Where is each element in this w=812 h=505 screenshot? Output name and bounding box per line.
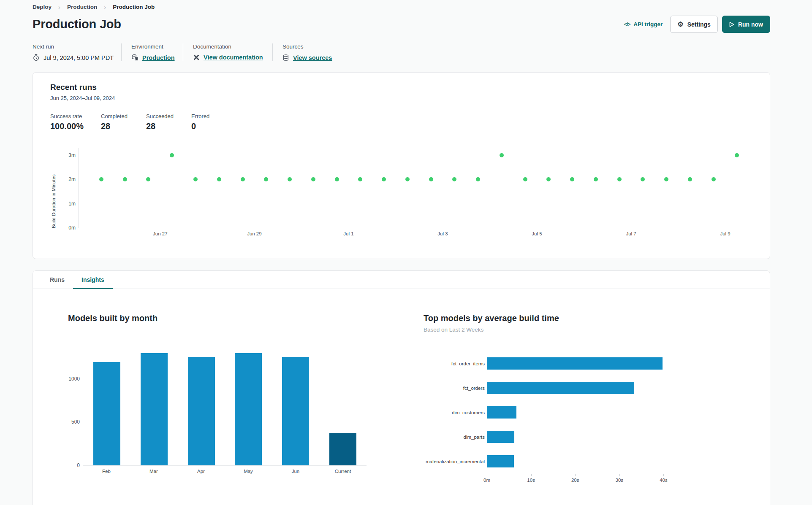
environment-link[interactable]: Production [142,54,175,61]
model-build-time-row: materialization_incremental [409,449,753,474]
run-duration-dot[interactable] [193,177,198,181]
model-build-time-bar[interactable] [487,406,516,419]
run-duration-dot[interactable] [641,177,645,181]
x-axis-tick-label: Jun 29 [247,231,262,236]
model-build-time-bar[interactable] [487,431,514,443]
bar-track [487,400,687,425]
run-duration-dot[interactable] [241,177,245,181]
recent-runs-title: Recent runs [50,83,762,92]
stat-value: 28 [101,122,146,131]
gear-icon: ⚙ [677,21,683,28]
y-axis-title: Build Duration in Minutes [51,148,56,228]
model-name-label: dim_customers [409,410,485,415]
run-duration-dot[interactable] [688,177,692,181]
run-duration-dot[interactable] [712,177,716,181]
production-job-page: Deploy › Production › Production Job Pro… [0,0,812,505]
month-bar[interactable] [329,433,356,465]
insights-panel: Models built by month 05001000 FebMarApr… [33,289,770,485]
tab-insights[interactable]: Insights [73,271,113,289]
month-bar[interactable] [141,353,168,465]
x-axis-tick-label: Jul 9 [720,231,730,236]
clock-icon [33,54,40,61]
recent-runs-date-range: Jun 25, 2024–Jul 09, 2024 [50,95,762,101]
top-models-plot-area: fct_order_itemsfct_ordersdim_customersdi… [409,351,753,485]
run-duration-dot[interactable] [476,177,480,181]
y-axis-tick-label: 2m [64,176,76,182]
model-name-label: fct_orders [409,386,485,391]
model-build-time-row: dim_customers [409,400,753,425]
month-bar[interactable] [282,357,309,465]
bar-slot [225,353,272,465]
run-duration-dot[interactable] [735,153,739,157]
run-duration-dot[interactable] [123,177,127,181]
x-axis-tick-label: Jun [272,469,319,474]
month-bar[interactable] [235,353,262,465]
model-build-time-bar[interactable] [487,382,634,394]
stat-value: 28 [146,122,191,131]
run-duration-dot[interactable] [335,177,339,181]
run-duration-dot[interactable] [570,177,574,181]
build-duration-plot-area: 0m1m2m3mJun 27Jun 29Jul 1Jul 3Jul 5Jul 7… [79,148,762,228]
run-duration-dot[interactable] [405,177,410,181]
sources-label: Sources [282,43,332,50]
x-axis-tick-mark [531,474,532,476]
run-duration-dot[interactable] [429,177,433,181]
run-duration-dot[interactable] [170,153,174,157]
x-axis-tick-label: 20s [571,478,579,483]
bar-track [487,425,687,449]
breadcrumb-deploy[interactable]: Deploy [33,4,52,10]
run-duration-dot[interactable] [546,177,551,181]
environment-info: Environment Production [121,43,183,61]
top-models-x-axis: 0m10s20s30s40s [487,474,688,485]
run-duration-dot[interactable] [146,177,150,181]
bar-slot [83,362,130,465]
run-duration-dot[interactable] [500,153,504,157]
run-duration-dot[interactable] [264,177,268,181]
model-build-time-bar[interactable] [487,455,514,467]
run-duration-dot[interactable] [523,177,527,181]
run-now-button[interactable]: Run now [722,16,770,33]
page-header: Production Job </> API trigger ⚙ Setting… [33,16,770,33]
stat-success-rate: Success rate 100.00% [50,113,101,131]
run-duration-dot[interactable] [452,177,456,181]
y-axis-tick-label: 1000 [63,376,80,382]
run-duration-dot[interactable] [99,177,103,181]
x-axis-tick-label: Jun 27 [153,231,168,236]
api-trigger-link[interactable]: </> API trigger [624,21,663,27]
breadcrumb-production[interactable]: Production [67,4,97,10]
model-build-time-row: fct_orders [409,376,753,400]
view-documentation-link[interactable]: View documentation [204,54,263,61]
view-sources-link[interactable]: View sources [293,54,332,61]
run-duration-dot[interactable] [617,177,622,181]
run-duration-dot[interactable] [382,177,386,181]
model-build-time-bar[interactable] [487,357,663,370]
x-axis-tick-label: Jul 7 [626,231,636,236]
code-icon: </> [624,22,630,27]
run-duration-dot[interactable] [594,177,598,181]
stat-value: 100.00% [50,122,101,131]
x-axis-tick-label: Jul 1 [343,231,353,236]
recent-runs-card: Recent runs Jun 25, 2024–Jul 09, 2024 Su… [33,72,770,259]
run-duration-dot[interactable] [311,177,315,181]
tab-runs[interactable]: Runs [41,271,73,289]
model-name-label: fct_order_items [409,361,485,366]
run-duration-dot[interactable] [288,177,292,181]
models-built-chart: Models built by month 05001000 FebMarApr… [50,313,409,485]
next-run-value: Jul 9, 2024, 5:00 PM PDT [43,54,114,61]
model-build-time-row: dim_parts [409,425,753,449]
run-duration-dot[interactable] [217,177,221,181]
settings-button[interactable]: ⚙ Settings [670,16,718,33]
y-axis-tick-label: 3m [64,152,76,158]
x-axis-tick-label: Current [319,469,367,474]
chevron-right-icon: › [58,3,60,11]
run-duration-dot[interactable] [664,177,668,181]
stat-succeeded: Succeeded 28 [146,113,191,131]
run-duration-dot[interactable] [358,177,362,181]
x-axis-tick-label: Jul 3 [437,231,448,236]
top-models-subtitle: Based on Last 2 Weeks [424,327,753,333]
month-bar[interactable] [188,357,215,465]
models-built-x-labels: FebMarAprMayJunCurrent [83,469,367,474]
bar-track [487,449,687,474]
x-axis-tick-label: 10s [527,478,535,483]
month-bar[interactable] [93,362,120,465]
